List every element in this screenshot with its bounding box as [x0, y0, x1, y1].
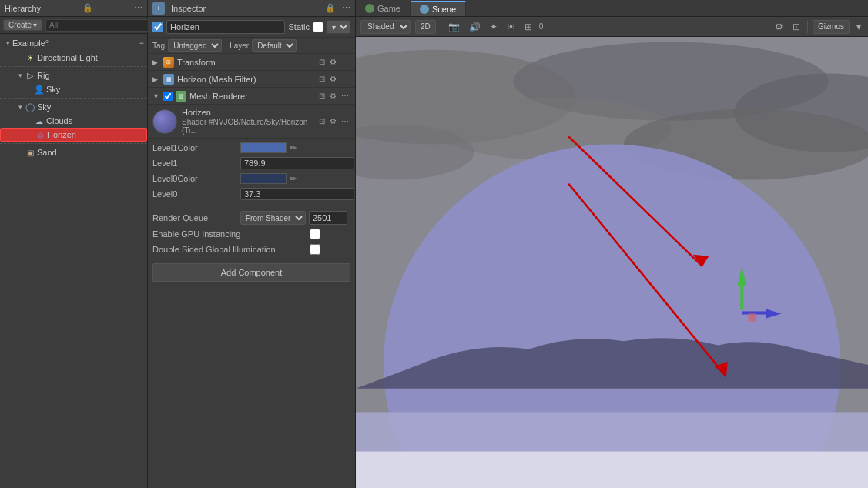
hierarchy-more-icon[interactable]: ⋯: [134, 3, 142, 13]
clouds-toggle[interactable]: [25, 116, 34, 125]
transform-component[interactable]: ▶ ⊞ Transform ⊡ ⚙ ⋯: [148, 54, 355, 71]
tree-item-horizen[interactable]: ◎ Horizen: [0, 128, 147, 142]
meshrenderer-settings-btn[interactable]: ⚙: [328, 92, 338, 100]
inspector-more-icon[interactable]: ⋯: [342, 3, 350, 13]
object-header: Static ▾: [148, 17, 355, 38]
meshrenderer-more-btn[interactable]: ⋯: [340, 92, 350, 100]
meshfilter-more-btn[interactable]: ⋯: [340, 75, 350, 83]
meshfilter-settings-btn[interactable]: ⚙: [328, 75, 338, 83]
sound-value: 0: [539, 22, 544, 31]
tree-item-clouds[interactable]: ☁ Clouds: [0, 114, 147, 128]
material-focus-btn[interactable]: ⊡: [317, 117, 327, 125]
hierarchy-create-button[interactable]: Create ▾: [3, 19, 42, 31]
tree-item-sky[interactable]: ▾ ◯ Sky: [0, 100, 147, 114]
gpu-instancing-checkbox[interactable]: [310, 229, 320, 239]
level0color-edit-btn[interactable]: ✏: [290, 174, 297, 184]
effects-icon[interactable]: ✦: [488, 22, 500, 32]
horizen-toggle[interactable]: [25, 130, 35, 139]
double-sided-checkbox[interactable]: [310, 244, 320, 255]
mesh-filter-component[interactable]: ▶ ▦ Horizon (Mesh Filter) ⊡ ⚙ ⋯: [148, 71, 355, 88]
gizmos-dropdown-icon[interactable]: ▾: [854, 22, 863, 32]
transform-icon: ⊞: [163, 57, 174, 68]
render-queue-value[interactable]: [309, 211, 347, 225]
audio-icon[interactable]: 🔊: [467, 22, 483, 32]
toolbar-sep-1: [441, 21, 441, 33]
tree-item-rig[interactable]: ▾ ▷ Rig: [0, 69, 147, 82]
meshrenderer-toggle[interactable]: ▼: [152, 92, 160, 100]
level0color-swatch[interactable]: [240, 173, 287, 184]
divider-3: [0, 143, 147, 144]
mesh-renderer-checkbox[interactable]: [163, 92, 173, 101]
root-options[interactable]: ≡: [139, 39, 144, 48]
svg-rect-9: [356, 452, 868, 488]
tag-select[interactable]: Untagged: [168, 39, 222, 52]
add-component-button[interactable]: Add Component: [152, 263, 350, 282]
sky-toggle[interactable]: ▾: [15, 102, 25, 112]
svg-rect-14: [748, 314, 756, 322]
hierarchy-lock-icon[interactable]: 🔒: [82, 3, 93, 13]
mesh-filter-label: Horizon (Mesh Filter): [177, 75, 314, 84]
gizmos-button[interactable]: Gizmos: [813, 20, 850, 34]
tree-item-sand[interactable]: ▣ Sand: [0, 145, 147, 159]
settings-icon[interactable]: ⚙: [772, 22, 786, 32]
static-checkbox[interactable]: [313, 22, 323, 32]
meshrenderer-focus-btn[interactable]: ⊡: [317, 92, 327, 100]
hierarchy-search-input[interactable]: [45, 19, 151, 32]
root-toggle[interactable]: ▾: [3, 38, 12, 48]
level1-label: Level1: [152, 159, 237, 168]
mesh-renderer-component[interactable]: ▼ ▧ Mesh Renderer ⊡ ⚙ ⋯: [148, 88, 355, 105]
material-sphere-icon: [152, 109, 177, 134]
sun-icon[interactable]: ☀: [504, 22, 518, 32]
level0color-row: Level0Color ✏: [148, 171, 355, 186]
viewport-tabs: Game Scene: [356, 0, 868, 17]
render-queue-select[interactable]: From Shader: [240, 211, 306, 225]
level1-input[interactable]: [240, 157, 354, 169]
camera-icon[interactable]: 📷: [446, 22, 462, 32]
render-queue-row: Render Queue From Shader: [148, 209, 355, 226]
transform-more-btn[interactable]: ⋯: [340, 58, 350, 66]
level0-input[interactable]: [240, 188, 354, 200]
tree-item-conditional-player[interactable]: 👤 Sky: [0, 82, 147, 96]
material-section: Horizen Shader #NVJOB/Nature/Sky/Horizon…: [148, 105, 355, 139]
meshfilter-focus-btn[interactable]: ⊡: [317, 75, 327, 83]
rig-icon: ▷: [25, 70, 35, 81]
sand-toggle[interactable]: [15, 148, 25, 157]
gpu-instancing-row: Enable GPU Instancing: [148, 226, 355, 242]
viewport-panel: Game Scene Shaded 2D 📷 🔊 ✦ ☀ ⊞ 0 ⚙ ⊡ Giz…: [356, 0, 868, 488]
object-active-checkbox[interactable]: [152, 22, 163, 32]
rig-toggle[interactable]: ▾: [15, 71, 25, 80]
conditional-player-toggle[interactable]: [25, 85, 34, 94]
horizen-label: Horizen: [47, 130, 76, 139]
level1color-edit-btn[interactable]: ✏: [290, 143, 297, 153]
double-sided-row: Double Sided Global Illumination: [148, 242, 355, 257]
scene-svg: [356, 37, 868, 488]
level0-row: Level0: [148, 186, 355, 202]
transform-toggle[interactable]: ▶: [152, 58, 160, 66]
double-sided-label: Double Sided Global Illumination: [152, 245, 307, 254]
transform-settings-btn[interactable]: ⚙: [328, 58, 338, 66]
mesh-renderer-label: Mesh Renderer: [189, 92, 314, 101]
shader-label: Shader: [182, 118, 209, 126]
meshfilter-toggle[interactable]: ▶: [152, 75, 160, 83]
level1color-swatch[interactable]: [240, 142, 287, 153]
tree-item-directional-light[interactable]: ☀ Directional Light: [0, 51, 147, 65]
shading-mode-select[interactable]: Shaded: [360, 20, 411, 34]
grid-icon[interactable]: ⊞: [522, 22, 535, 32]
clouds-icon: ☁: [34, 115, 45, 126]
material-more-btn[interactable]: ⋯: [340, 117, 350, 125]
tab-scene[interactable]: Scene: [411, 1, 466, 16]
tab-game[interactable]: Game: [356, 1, 411, 16]
layers-icon[interactable]: ⊡: [790, 22, 803, 32]
inspector-icon: i: [152, 2, 165, 15]
directional-light-toggle[interactable]: [15, 53, 25, 62]
layer-select[interactable]: Default: [252, 39, 297, 52]
material-info: Horizen Shader #NVJOB/Nature/Sky/Horizon…: [182, 108, 313, 135]
material-settings-btn[interactable]: ⚙: [328, 117, 338, 125]
object-name-input[interactable]: [166, 20, 285, 34]
clouds-label: Clouds: [46, 116, 72, 125]
static-dropdown[interactable]: ▾: [327, 20, 350, 34]
2d-button[interactable]: 2D: [415, 20, 436, 34]
transform-focus-btn[interactable]: ⊡: [317, 58, 327, 66]
inspector-lock-icon[interactable]: 🔒: [325, 3, 336, 13]
level1color-label: Level1Color: [152, 143, 237, 152]
